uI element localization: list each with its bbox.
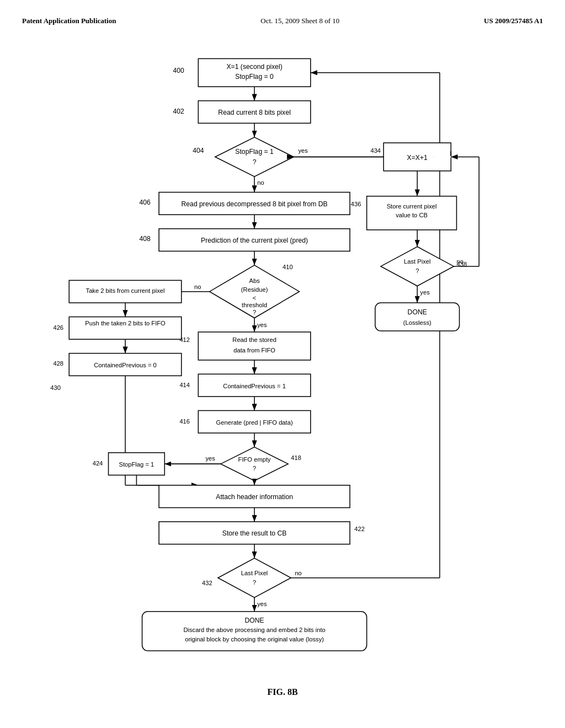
svg-text:Read current 8 bits pixel: Read current 8 bits pixel: [218, 109, 291, 116]
svg-text:no: no: [456, 258, 463, 265]
svg-text:?: ?: [253, 158, 257, 166]
svg-text:<: <: [253, 295, 257, 301]
svg-text:no: no: [295, 570, 301, 576]
svg-text:422: 422: [354, 526, 365, 532]
svg-marker-110: [381, 247, 454, 286]
svg-text:(Residue): (Residue): [241, 286, 268, 293]
svg-text:404: 404: [193, 147, 204, 154]
svg-marker-64: [221, 447, 288, 481]
svg-text:no: no: [257, 179, 264, 186]
svg-text:Prediction of the current pixe: Prediction of the current pixel (pred): [201, 237, 308, 244]
svg-text:Discard the above processing a: Discard the above processing and embed 2…: [183, 627, 325, 633]
svg-text:?: ?: [415, 267, 419, 274]
header-left: Patent Application Publication: [22, 17, 116, 25]
svg-text:Read the stored: Read the stored: [232, 336, 276, 343]
svg-text:Last Pixel: Last Pixel: [241, 570, 268, 576]
svg-text:Push the taken 2 bits to FIFO: Push the taken 2 bits to FIFO: [85, 320, 166, 326]
svg-text:Store current pixel: Store current pixel: [387, 203, 437, 210]
header-right: US 2009/257485 A1: [484, 17, 543, 25]
svg-text:yes: yes: [257, 322, 267, 328]
svg-text:threshold: threshold: [242, 302, 267, 308]
svg-text:Last Pixel: Last Pixel: [404, 258, 431, 265]
svg-text:yes: yes: [420, 289, 430, 296]
svg-text:yes: yes: [298, 147, 308, 154]
svg-text:original block by choosing  th: original block by choosing the original …: [185, 636, 324, 643]
svg-text:X=X+1: X=X+1: [407, 154, 428, 162]
figure-label: FIG. 8B: [22, 687, 543, 697]
svg-text:426: 426: [53, 324, 63, 331]
svg-text:StopFlag = 1: StopFlag = 1: [235, 148, 274, 156]
svg-text:FIFO empty: FIFO empty: [238, 456, 271, 463]
svg-text:yes: yes: [257, 601, 267, 607]
svg-text:418: 418: [291, 454, 301, 461]
page: Patent Application Publication Oct. 15, …: [0, 0, 565, 728]
svg-text:DONE: DONE: [408, 308, 427, 316]
svg-text:data from FIFO: data from FIFO: [233, 347, 275, 354]
svg-text:?: ?: [253, 309, 256, 315]
svg-text:Abs: Abs: [249, 277, 260, 284]
svg-text:436: 436: [351, 201, 361, 207]
svg-marker-84: [218, 558, 291, 597]
svg-text:X=1 (second pixel): X=1 (second pixel): [226, 63, 282, 71]
svg-text:414: 414: [179, 382, 190, 388]
svg-text:ContainedPrevious = 1: ContainedPrevious = 1: [223, 383, 286, 389]
svg-text:428: 428: [53, 360, 63, 367]
svg-text:430: 430: [50, 384, 61, 391]
svg-text:412: 412: [179, 336, 190, 343]
svg-text:ContainedPrevious = 0: ContainedPrevious = 0: [94, 362, 157, 368]
header: Patent Application Publication Oct. 15, …: [22, 11, 543, 36]
svg-text:(Lossless): (Lossless): [403, 319, 431, 326]
svg-text:408: 408: [139, 235, 151, 243]
svg-rect-120: [375, 303, 460, 331]
svg-text:Generate (pred | FIFO data): Generate (pred | FIFO data): [216, 419, 293, 426]
svg-text:410: 410: [282, 264, 293, 270]
svg-text:?: ?: [253, 465, 256, 472]
svg-text:DONE: DONE: [244, 617, 264, 624]
svg-marker-11: [215, 137, 294, 176]
svg-text:yes: yes: [205, 455, 215, 462]
svg-text:StopFlag = 0: StopFlag = 0: [235, 73, 274, 81]
svg-text:402: 402: [173, 108, 185, 115]
header-center: Oct. 15, 2009 Sheet 8 of 10: [260, 17, 339, 25]
svg-text:406: 406: [139, 199, 151, 206]
svg-text:416: 416: [179, 418, 190, 425]
svg-text:424: 424: [93, 460, 103, 467]
svg-text:Take 2 bits from current pixel: Take 2 bits from current pixel: [86, 287, 165, 294]
svg-text:value to CB: value to CB: [396, 212, 428, 218]
svg-text:Read previous decompressed 8 b: Read previous decompressed 8 bit pixel f…: [182, 200, 328, 208]
svg-text:no: no: [194, 283, 201, 290]
svg-text:432: 432: [202, 580, 212, 586]
svg-text:Store the result to CB: Store the result to CB: [222, 529, 287, 537]
svg-text:Attach header information: Attach header information: [216, 493, 293, 501]
svg-text:?: ?: [253, 579, 256, 586]
svg-text:434: 434: [370, 147, 381, 154]
diagram-container: X=1 (second pixel) StopFlag = 0 400 Read…: [22, 47, 543, 697]
svg-text:StopFlag = 1: StopFlag = 1: [119, 461, 154, 468]
svg-text:400: 400: [173, 67, 185, 74]
flowchart-svg: X=1 (second pixel) StopFlag = 0 400 Read…: [22, 47, 543, 682]
